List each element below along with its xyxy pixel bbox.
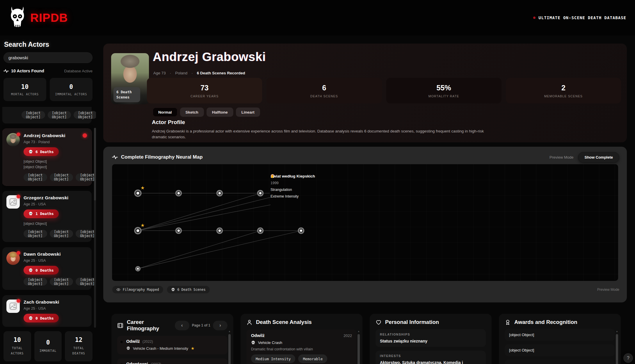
render-mode-tab[interactable]: Halftone	[207, 107, 233, 117]
actor-card[interactable]: Dawn Grabowski Age 25 · USA 0 Deaths [ob…	[2, 247, 92, 290]
neural-map-canvas[interactable]: ★★ Świat według Kiepskich 1999 Strangula…	[112, 164, 618, 281]
scrollbar-thumb[interactable]	[357, 334, 360, 364]
scrollbar-up-arrow[interactable]: ▲	[357, 330, 360, 333]
profile-stat-card: 73 CAREER YEARS	[147, 78, 262, 103]
page-indicator: Page 1 of 1	[192, 323, 210, 327]
profile-stat-card: 6 DEATH SCENES	[266, 78, 382, 103]
star-icon: ★	[191, 346, 195, 351]
actor-list-scrollbar[interactable]: ▼	[94, 128, 96, 328]
photo-death-badge: 6 Death Scenes	[113, 87, 140, 102]
render-mode-tab[interactable]: Sketch	[180, 107, 204, 117]
selected-indicator-dot	[83, 133, 87, 138]
neural-map-header: Complete Filmography Neural Map Preview …	[112, 151, 619, 163]
total-label: TOTAL DEATHS	[70, 346, 88, 356]
source-tag[interactable]: [object Object]	[76, 173, 96, 181]
sidebar-stats: 10 MORTAL ACTORS 0 IMMORTAL ACTORS	[3, 78, 93, 101]
death-count-badge: 0 Deaths	[24, 266, 59, 275]
neural-map-controls: Preview Mode Show Complete	[549, 152, 619, 163]
film-death-text: Vehicle Crash - Medium Intensity	[133, 346, 188, 351]
database-status: Database Active	[64, 69, 93, 73]
panel-header: Awards and Recognition	[505, 319, 615, 325]
actor-films: [object Object]	[24, 221, 87, 227]
source-tag[interactable]: [object Object]	[24, 173, 47, 181]
panel-scrollbar[interactable]: ▲	[228, 331, 231, 364]
death-scene-item[interactable]: Odwilż 2022 Vehicle Crash Dramatic final…	[246, 329, 357, 364]
detail-panels-row: Career Filmography ‹ Page 1 of 1 › Odwil…	[111, 314, 621, 364]
film-title-row: Odwróceni(2007)	[126, 362, 223, 364]
stat-value: 2	[561, 84, 565, 92]
source-tag[interactable]: [object Object]	[74, 111, 96, 119]
source-tag[interactable]: [object Object]	[50, 173, 73, 181]
career-filmography-panel: Career Filmography ‹ Page 1 of 1 › Odwil…	[111, 314, 233, 364]
source-tag[interactable]: [object Object]	[48, 111, 71, 119]
actor-results-list[interactable]: [object Object] [object Object] [object …	[2, 107, 96, 329]
prev-page-button[interactable]: ‹	[175, 321, 189, 330]
scrollbar-thumb[interactable]	[616, 334, 618, 364]
actor-card[interactable]: Zach Grabowski Age 25 · USA 0 Deaths	[2, 295, 92, 327]
avatar	[6, 252, 20, 265]
tooltip-film-title: Świat według Kiepskich	[271, 174, 315, 178]
avatar	[6, 133, 20, 146]
source-tag[interactable]: [object Object]	[24, 278, 47, 286]
stat-label: MEMORABLE SCENES	[544, 94, 583, 98]
results-row: 10 Actors Found Database Active	[3, 69, 93, 73]
red-dot-icon	[533, 17, 536, 19]
panel-title: Career Filmography	[127, 319, 171, 332]
render-mode-tab[interactable]: Normal	[153, 107, 177, 117]
avatar-alert-dot	[17, 132, 20, 136]
medal-icon	[505, 319, 511, 325]
death-cause-row: Vehicle Crash	[251, 340, 352, 345]
source-tag[interactable]: [object Object]	[22, 111, 45, 119]
meta-separator: ·	[191, 71, 193, 75]
total-value: 12	[75, 336, 82, 343]
filmography-item[interactable]: Odwróceni(2007)	[117, 358, 227, 364]
next-page-button[interactable]: ›	[213, 321, 227, 330]
tag-row: [object Object] [object Object] [object …	[24, 230, 87, 238]
death-tag-label: Memorable	[303, 357, 323, 361]
stat-value: 55%	[437, 84, 451, 92]
tooltip-intensity-row: Extreme Intensity	[271, 194, 315, 198]
render-mode-tab[interactable]: Lineart	[236, 107, 260, 117]
neural-map-graph[interactable]: ★★	[112, 164, 618, 281]
panel-header: Career Filmography ‹ Page 1 of 1 ›	[117, 319, 227, 332]
scrollbar-up-arrow[interactable]: ▲	[228, 330, 231, 333]
death-count-text: 6 Deaths	[35, 150, 54, 154]
filmography-pager: ‹ Page 1 of 1 ›	[175, 321, 227, 330]
stat-value: 6	[322, 84, 326, 92]
death-tag-pill: Medium Intensity	[251, 354, 295, 363]
pulse-icon	[3, 69, 9, 73]
show-complete-button[interactable]: Show Complete	[578, 152, 619, 163]
panel-scrollbar[interactable]: ▲	[616, 331, 618, 364]
actor-meta: Age 73 · Poland	[24, 140, 87, 144]
search-input[interactable]	[3, 52, 93, 63]
actor-photo: 6 Death Scenes	[111, 53, 149, 104]
skull-icon	[29, 268, 33, 272]
source-tag[interactable]: [object Object]	[76, 278, 96, 286]
sidebar-stat-card: 0 IMMORTAL ACTORS	[50, 78, 93, 101]
actor-card[interactable]: Grzegorz Grabowski Age 25 · USA 1 Deaths…	[2, 191, 92, 242]
total-stat-card: 12 TOTAL DEATHS	[65, 331, 93, 361]
total-value: 0	[46, 339, 50, 346]
actor-card-partial[interactable]: [object Object] [object Object] [object …	[2, 107, 92, 123]
devil-skull-logo-icon	[9, 6, 26, 30]
scrollbar-up-arrow[interactable]: ▲	[616, 330, 618, 333]
filmography-item[interactable]: Odwilż(2022) Vehicle Crash - Medium Inte…	[117, 336, 227, 354]
avatar	[6, 195, 20, 209]
source-tag[interactable]: [object Object]	[50, 230, 73, 238]
tag-row: [object Object] [object Object] [object …	[24, 173, 87, 181]
actor-card[interactable]: Andrzej Grabowski Age 73 · Poland 6 Deat…	[2, 129, 92, 186]
profile-meta: Age 73 · Poland · 6 Death Scenes Recorde…	[153, 71, 245, 75]
sidebar-totals: 10 TOTAL ACTORS 0 IMMORTAL 12 TOTAL DEAT…	[3, 331, 93, 361]
tooltip-cause: Strangulation	[271, 188, 292, 192]
stat-value: 10	[21, 83, 29, 90]
source-tag[interactable]: [object Object]	[50, 278, 73, 286]
source-tag[interactable]: [object Object]	[76, 230, 96, 238]
help-button[interactable]: ?	[623, 353, 633, 363]
panel-title: Death Scene Analysis	[256, 319, 312, 325]
scrollbar-thumb[interactable]	[228, 334, 231, 364]
filmography-mapped-badge: Filmography Mapped	[112, 286, 163, 294]
scrollbar-thumb[interactable]	[94, 128, 96, 200]
source-tag[interactable]: [object Object]	[24, 230, 47, 238]
personal-info-section: INTERESTS Aktorstwo, Sztuka dramatyczna,…	[376, 351, 486, 364]
panel-scrollbar[interactable]: ▲	[357, 331, 360, 364]
